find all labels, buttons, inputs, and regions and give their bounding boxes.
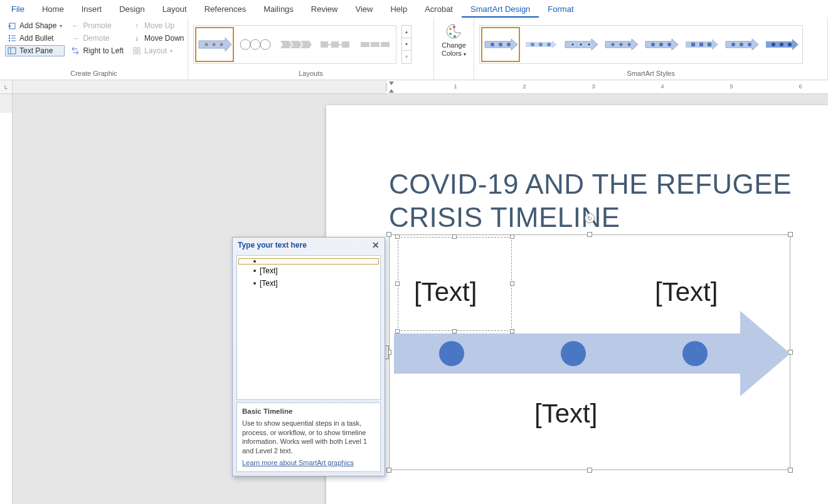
text-pane-learn-more-link[interactable]: Learn more about SmartArt graphics — [242, 458, 354, 468]
style-option-2[interactable] — [521, 27, 560, 62]
svg-point-42 — [531, 43, 534, 46]
timeline-text-1[interactable]: [Text] — [414, 277, 477, 307]
svg-point-20 — [250, 39, 260, 50]
ruler-horizontal-area: L 123 456 — [0, 80, 828, 94]
shape-resize-tm[interactable] — [452, 234, 457, 239]
svg-point-48 — [587, 43, 591, 46]
add-bullet-button[interactable]: Add Bullet — [5, 33, 65, 44]
text-pane-icon — [8, 46, 16, 55]
style-option-1[interactable] — [481, 27, 520, 62]
styles-gallery — [479, 25, 803, 64]
text-pane-button[interactable]: Text Pane — [5, 45, 65, 56]
tab-format[interactable]: Format — [539, 2, 582, 18]
tab-home[interactable]: Home — [33, 2, 73, 18]
text-pane-item-2-text[interactable]: [Text] — [260, 266, 278, 275]
right-to-left-button[interactable]: Right to Left — [68, 45, 126, 56]
rotate-handle[interactable]: ↻ — [585, 213, 595, 223]
tab-mailings[interactable]: Mailings — [255, 2, 302, 18]
timeline-text-3[interactable]: [Text] — [534, 399, 597, 429]
shape-resize-bl[interactable] — [395, 329, 400, 333]
tab-file[interactable]: File — [3, 2, 33, 18]
svg-point-35 — [454, 35, 456, 38]
promote-label: Promote — [83, 21, 111, 30]
menu-tabs: File Home Insert Design Layout Reference… — [0, 0, 828, 18]
svg-point-80 — [561, 341, 586, 366]
group-create-graphic: Add Shape ▾ Add Bullet Text Pane ← Promo… — [0, 18, 188, 80]
shape-resize-mr[interactable] — [510, 281, 514, 286]
layout-menu-button[interactable]: Layout ▾ — [130, 45, 186, 56]
svg-rect-12 — [137, 48, 140, 50]
text-pane-footer-body: Use to show sequential steps in a task, … — [242, 419, 367, 455]
tab-layout[interactable]: Layout — [154, 2, 196, 18]
palette-icon — [445, 23, 463, 40]
style-option-5[interactable] — [642, 27, 681, 62]
ruler-corner: L — [0, 80, 13, 93]
text-pane-item-3-text[interactable]: [Text] — [260, 279, 278, 288]
text-pane-item-3[interactable]: [Text] — [238, 277, 379, 290]
add-bullet-icon — [8, 34, 16, 43]
layout-option-2[interactable] — [235, 27, 274, 62]
shape-resize-ml[interactable] — [395, 281, 400, 286]
svg-point-63 — [740, 43, 743, 46]
tab-review[interactable]: Review — [302, 2, 347, 18]
add-shape-button[interactable]: Add Shape ▾ — [5, 20, 65, 31]
svg-point-67 — [780, 43, 783, 46]
change-colors-label: Change Colors ▾ — [439, 41, 469, 57]
shape-resize-tl[interactable] — [395, 234, 400, 239]
demote-button[interactable]: → Demote — [68, 33, 126, 44]
move-down-button[interactable]: ↓ Move Down — [130, 33, 186, 44]
ruler-vertical[interactable] — [0, 94, 13, 504]
svg-point-33 — [449, 28, 452, 30]
tab-acrobat[interactable]: Acrobat — [416, 2, 462, 18]
svg-point-18 — [220, 43, 223, 46]
svg-text:1: 1 — [454, 83, 457, 90]
group-smartart-styles: SmartArt Styles — [474, 18, 828, 80]
tab-design[interactable]: Design — [110, 2, 153, 18]
tab-references[interactable]: References — [196, 2, 255, 18]
shape-resize-tr[interactable] — [510, 234, 514, 239]
move-up-button[interactable]: ↑ Move Up — [130, 20, 186, 31]
dropdown-icon: ▾ — [60, 23, 62, 29]
change-colors-button[interactable]: Change Colors ▾ — [439, 20, 469, 57]
layout-option-3[interactable] — [275, 27, 314, 62]
svg-marker-24 — [300, 41, 312, 48]
timeline-text-2[interactable]: [Text] — [655, 277, 718, 307]
layouts-scroll-more[interactable]: ▿ — [402, 51, 411, 63]
text-pane-item-2[interactable]: [Text] — [238, 265, 379, 277]
canvas[interactable]: COVID-19 AND THE REFUGEE CRISIS TIMELINE… — [13, 94, 828, 504]
smartart-object[interactable]: ↻ ‹ — [389, 234, 790, 470]
layout-option-5[interactable] — [356, 27, 395, 62]
layout-menu-label: Layout — [144, 46, 167, 55]
tab-smartart-design[interactable]: SmartArt Design — [462, 2, 539, 18]
tab-view[interactable]: View — [346, 2, 381, 18]
ribbon: Add Shape ▾ Add Bullet Text Pane ← Promo… — [0, 18, 828, 80]
text-pane-list[interactable]: [Text] [Text] — [236, 255, 381, 400]
tab-insert[interactable]: Insert — [73, 2, 111, 18]
page: COVID-19 AND THE REFUGEE CRISIS TIMELINE… — [326, 105, 828, 504]
svg-rect-11 — [134, 48, 136, 50]
shape-resize-bm[interactable] — [452, 329, 457, 333]
layouts-scroll-up[interactable]: ▴ — [402, 26, 411, 38]
dropdown-icon: ▾ — [170, 48, 172, 54]
style-option-4[interactable] — [602, 27, 640, 62]
svg-rect-25 — [321, 41, 328, 48]
layout-option-4[interactable] — [316, 27, 354, 62]
shape-resize-br[interactable] — [510, 329, 514, 333]
svg-point-4 — [9, 38, 10, 39]
text-pane-close-button[interactable]: ✕ — [372, 240, 380, 250]
add-bullet-label: Add Bullet — [19, 34, 54, 43]
svg-rect-13 — [134, 51, 136, 54]
style-option-3[interactable] — [561, 27, 600, 62]
ruler-horizontal[interactable]: 123 456 — [13, 80, 828, 93]
text-pane-item-1[interactable] — [238, 258, 379, 265]
style-option-6[interactable] — [682, 27, 721, 62]
text-pane-title: Type your text here — [238, 241, 307, 249]
promote-button[interactable]: ← Promote — [68, 20, 126, 31]
svg-point-62 — [731, 43, 735, 46]
text-pane-popup[interactable]: Type your text here ✕ [Text] [Text] Basi… — [232, 237, 385, 476]
tab-help[interactable]: Help — [381, 2, 416, 18]
style-option-8[interactable] — [762, 27, 801, 62]
layout-option-1[interactable] — [195, 27, 234, 62]
style-option-7[interactable] — [722, 27, 761, 62]
layouts-scroll-down[interactable]: ▾ — [402, 38, 411, 51]
